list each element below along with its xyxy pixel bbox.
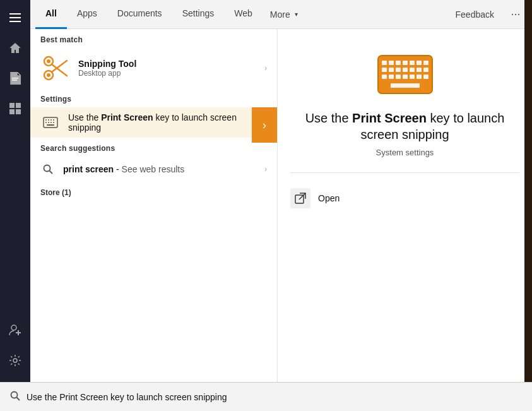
svg-rect-37 [403, 61, 408, 65]
suggestion-text: print screen - See web results [63, 164, 257, 174]
svg-rect-36 [396, 61, 401, 65]
suggestion-chevron-icon: › [264, 165, 267, 174]
settings-item-chevron: › [252, 107, 277, 143]
svg-rect-5 [9, 103, 15, 108]
chevron-right-icon: › [263, 119, 266, 132]
detail-panel: Use the Print Screen key to launch scree… [278, 29, 532, 411]
svg-rect-4 [12, 80, 17, 81]
main-container: All Apps Documents Settings Web More ▾ F… [0, 0, 532, 411]
search-results-panel: Best match [30, 29, 278, 411]
svg-rect-47 [423, 68, 429, 72]
content-area: All Apps Documents Settings Web More ▾ F… [30, 0, 532, 411]
svg-rect-52 [410, 74, 415, 79]
svg-line-57 [299, 193, 305, 200]
svg-rect-42 [389, 68, 394, 72]
add-user-icon[interactable] [0, 315, 30, 345]
svg-rect-38 [410, 61, 415, 65]
settings-section-label: Settings [30, 88, 277, 107]
svg-rect-8 [16, 109, 21, 114]
svg-point-12 [13, 359, 17, 362]
svg-rect-45 [410, 68, 415, 72]
settings-item[interactable]: Use the Print Screen key to launch scree… [30, 107, 277, 138]
tab-settings[interactable]: Settings [172, 0, 225, 29]
more-options-button[interactable]: ··· [504, 3, 527, 26]
svg-point-58 [11, 391, 18, 398]
svg-point-9 [11, 325, 16, 330]
svg-rect-43 [396, 68, 401, 72]
document-icon[interactable] [0, 63, 30, 93]
svg-rect-2 [9, 21, 21, 22]
detail-icon-container [377, 54, 434, 97]
best-match-title: Snipping Tool [78, 59, 257, 69]
svg-line-59 [17, 397, 20, 400]
detail-title: Use the Print Screen key to launch scree… [290, 110, 519, 143]
feedback-button[interactable]: Feedback [446, 0, 504, 29]
grid-icon[interactable] [0, 93, 30, 124]
more-dropdown[interactable]: More ▾ [263, 0, 305, 29]
svg-rect-51 [403, 74, 408, 79]
open-action[interactable]: Open [290, 183, 519, 213]
svg-rect-46 [417, 68, 422, 72]
svg-line-32 [50, 171, 53, 174]
hamburger-menu-icon[interactable] [0, 3, 30, 33]
search-input[interactable] [27, 392, 522, 402]
svg-point-17 [47, 73, 50, 77]
open-action-label: Open [318, 193, 340, 203]
svg-point-31 [44, 165, 50, 172]
svg-rect-55 [391, 83, 420, 88]
svg-rect-3 [12, 78, 18, 79]
snipping-tool-app-icon [40, 53, 71, 83]
search-bar-icon [10, 391, 20, 403]
open-action-icon [290, 188, 310, 208]
svg-rect-40 [423, 61, 429, 65]
settings-item-text: Use the Print Screen key to launch scree… [68, 112, 267, 133]
detail-divider [290, 172, 519, 173]
right-edge-panel [524, 0, 532, 411]
svg-point-18 [47, 59, 50, 63]
tab-web[interactable]: Web [224, 0, 263, 29]
svg-rect-39 [417, 61, 422, 65]
tab-all[interactable]: All [35, 0, 67, 29]
suggestion-item[interactable]: print screen - See web results › [30, 157, 277, 182]
best-match-subtitle: Desktop app [78, 69, 257, 78]
settings-icon[interactable] [0, 345, 30, 376]
svg-rect-41 [382, 68, 387, 72]
sidebar [0, 0, 30, 411]
svg-rect-6 [16, 103, 21, 108]
svg-rect-0 [9, 13, 21, 15]
chevron-down-icon: ▾ [295, 11, 298, 18]
store-label: Store (1) [30, 182, 277, 201]
tab-documents[interactable]: Documents [107, 0, 172, 29]
ellipsis-icon: ··· [511, 8, 520, 21]
search-suggestion-icon [40, 162, 56, 177]
best-match-item[interactable]: Snipping Tool Desktop app › [30, 48, 277, 88]
svg-rect-44 [403, 68, 408, 72]
search-suggestions-label: Search suggestions [30, 138, 277, 157]
detail-subtitle: System settings [376, 148, 434, 157]
body-area: Best match [30, 29, 532, 411]
tab-apps[interactable]: Apps [67, 0, 107, 29]
svg-rect-50 [396, 74, 401, 79]
home-icon[interactable] [0, 33, 30, 63]
best-match-label: Best match [30, 29, 277, 48]
svg-rect-1 [9, 17, 21, 18]
top-nav: All Apps Documents Settings Web More ▾ F… [30, 0, 532, 29]
best-match-chevron-icon: › [264, 64, 267, 73]
svg-rect-53 [417, 74, 422, 79]
svg-rect-35 [389, 61, 394, 65]
search-bar [0, 382, 532, 411]
svg-rect-54 [423, 74, 429, 79]
svg-rect-7 [9, 109, 15, 114]
svg-rect-49 [389, 74, 394, 79]
keyboard-settings-icon [40, 112, 61, 133]
svg-rect-48 [382, 74, 387, 79]
best-match-info: Snipping Tool Desktop app [78, 59, 257, 78]
svg-rect-34 [382, 61, 387, 65]
